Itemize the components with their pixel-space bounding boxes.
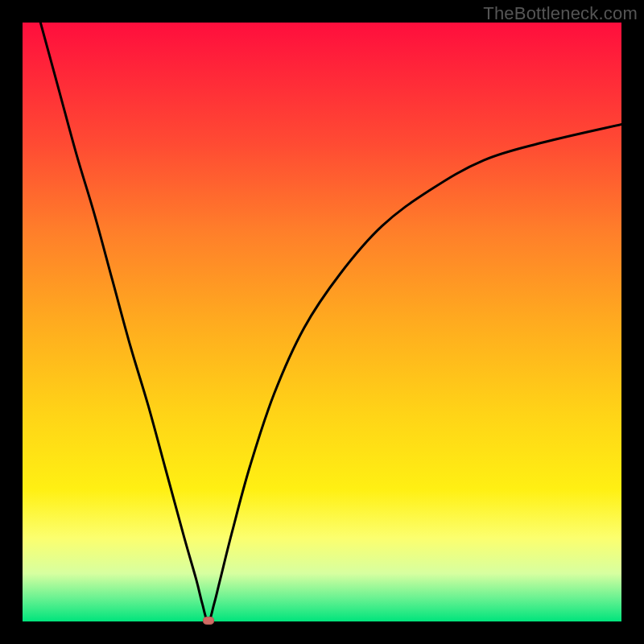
- curve-path: [40, 23, 621, 621]
- plot-area: [23, 23, 621, 621]
- chart-container: TheBottleneck.com: [0, 0, 644, 644]
- watermark-text: TheBottleneck.com: [483, 3, 638, 24]
- minimum-marker: [203, 617, 214, 625]
- curve-svg: [23, 23, 621, 621]
